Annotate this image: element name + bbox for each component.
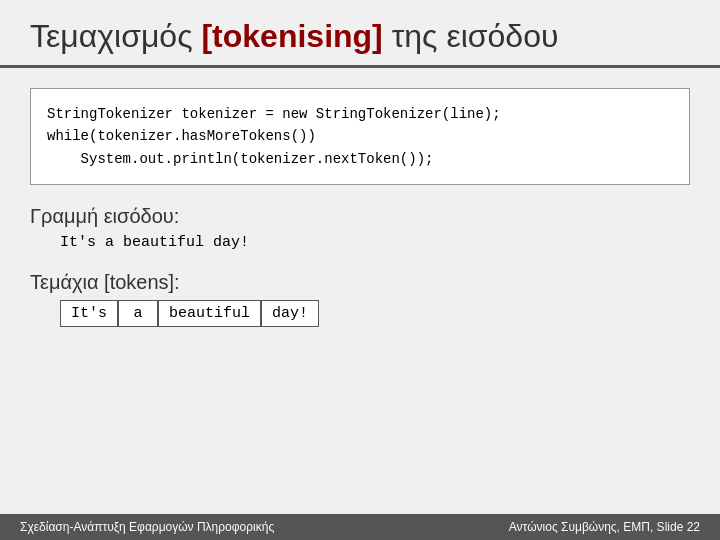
code-line-1: StringTokenizer tokenizer = new StringTo… — [47, 103, 673, 125]
token-box: day! — [261, 300, 319, 327]
token-box: beautiful — [158, 300, 261, 327]
code-block: StringTokenizer tokenizer = new StringTo… — [30, 88, 690, 185]
input-section-value: It's a beautiful day! — [30, 234, 690, 251]
input-section: Γραμμή εισόδου: It's a beautiful day! — [30, 205, 690, 251]
slide-footer: Σχεδίαση-Ανάπτυξη Εφαρμογών Πληροφορικής… — [0, 514, 720, 540]
token-box: It's — [60, 300, 118, 327]
tokens-section: Τεμάχια [tokens]: It'sabeautifulday! — [30, 271, 690, 327]
slide-header: Τεμαχισμός [tokenising] της εισόδου — [0, 0, 720, 68]
input-section-label: Γραμμή εισόδου: — [30, 205, 690, 228]
code-line-4: System.out.println(tokenizer.nextToken()… — [47, 148, 673, 170]
footer-right: Αντώνιος Συμβώνης, ΕΜΠ, Slide 22 — [509, 520, 700, 534]
title-prefix: Τεμαχισμός — [30, 18, 201, 54]
slide-title: Τεμαχισμός [tokenising] της εισόδου — [30, 18, 690, 55]
token-box: a — [118, 300, 158, 327]
slide-content: StringTokenizer tokenizer = new StringTo… — [0, 68, 720, 514]
title-suffix: της εισόδου — [383, 18, 559, 54]
tokens-section-label: Τεμάχια [tokens]: — [30, 271, 690, 294]
footer-left: Σχεδίαση-Ανάπτυξη Εφαρμογών Πληροφορικής — [20, 520, 274, 534]
tokens-row: It'sabeautifulday! — [30, 300, 690, 327]
code-line-3: while(tokenizer.hasMoreTokens()) — [47, 125, 673, 147]
title-highlight: [tokenising] — [201, 18, 382, 54]
slide: Τεμαχισμός [tokenising] της εισόδου Stri… — [0, 0, 720, 540]
